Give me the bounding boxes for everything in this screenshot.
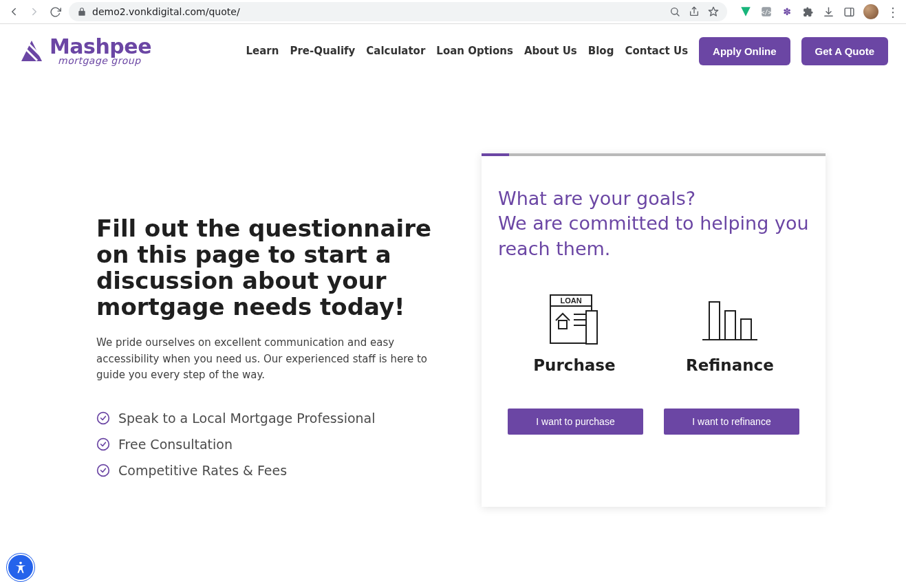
extension-icon-1[interactable] — [740, 6, 752, 18]
apply-online-button[interactable]: Apply Online — [699, 37, 790, 65]
check-circle-icon — [96, 437, 110, 451]
nav-learn[interactable]: Learn — [246, 45, 279, 57]
svg-point-13 — [98, 465, 109, 477]
logo-main-text: Mashpee — [50, 36, 151, 57]
check-circle-icon — [96, 411, 110, 425]
svg-text:</>: </> — [762, 9, 772, 16]
feature-item: Free Consultation — [96, 437, 454, 452]
nav-contact[interactable]: Contact Us — [625, 45, 688, 57]
feature-text: Speak to a Local Mortgage Professional — [118, 411, 376, 426]
feature-item: Competitive Rates & Fees — [96, 463, 454, 478]
bar-chart-icon — [699, 292, 761, 347]
bookmark-star-icon[interactable] — [708, 6, 719, 17]
nav-blog[interactable]: Blog — [588, 45, 614, 57]
feature-list: Speak to a Local Mortgage Professional F… — [96, 411, 454, 478]
extensions-puzzle-icon[interactable] — [801, 6, 814, 18]
questionnaire-card: What are your goals? We are committed to… — [482, 153, 826, 507]
back-button[interactable] — [7, 5, 21, 19]
hero-left: Fill out the questionnaire on this page … — [96, 153, 454, 478]
svg-marker-8 — [21, 41, 42, 61]
main-nav: Learn Pre-Qualify Calculator Loan Option… — [246, 37, 888, 65]
zoom-icon[interactable] — [669, 6, 680, 17]
hero-subtext: We pride ourselves on excellent communic… — [96, 335, 440, 383]
feature-text: Free Consultation — [118, 437, 233, 452]
extension-icon-2[interactable]: </> — [760, 6, 773, 18]
svg-rect-23 — [725, 311, 735, 340]
svg-point-11 — [98, 413, 109, 424]
forward-button[interactable] — [28, 5, 41, 19]
svg-rect-17 — [559, 320, 567, 329]
svg-point-12 — [98, 439, 109, 450]
option-refinance-label: Refinance — [686, 356, 774, 374]
url-text: demo2.vonkdigital.com/quote/ — [92, 6, 240, 17]
svg-rect-24 — [741, 319, 751, 340]
panel-icon[interactable] — [843, 6, 855, 18]
progress-bar — [482, 153, 826, 156]
card-heading: What are your goals? We are committed to… — [498, 186, 809, 261]
extension-icon-3[interactable]: ✽ — [781, 6, 793, 18]
main-content: Fill out the questionnaire on this page … — [0, 78, 906, 562]
check-circle-icon — [96, 464, 110, 477]
card-heading-line1: What are your goals? — [498, 188, 695, 209]
svg-text:LOAN: LOAN — [560, 296, 581, 305]
share-icon[interactable] — [689, 6, 700, 17]
feature-text: Competitive Rates & Fees — [118, 463, 287, 478]
site-header: Mashpee mortgage group Learn Pre-Qualify… — [0, 24, 906, 78]
svg-rect-6 — [845, 8, 854, 15]
downloads-icon[interactable] — [822, 6, 834, 18]
hero-heading: Fill out the questionnaire on this page … — [96, 215, 454, 320]
profile-avatar[interactable] — [863, 4, 878, 19]
svg-rect-22 — [709, 302, 720, 340]
svg-marker-3 — [709, 7, 718, 16]
lock-icon — [77, 7, 87, 17]
feature-item: Speak to a Local Mortgage Professional — [96, 411, 454, 426]
logo-sub-text: mortgage group — [58, 56, 151, 65]
browser-toolbar: demo2.vonkdigital.com/quote/ </> ✽ ⋮ — [0, 0, 906, 24]
logo-mark-icon — [18, 37, 45, 65]
get-quote-button[interactable]: Get A Quote — [801, 37, 888, 65]
nav-calculator[interactable]: Calculator — [366, 45, 425, 57]
reload-button[interactable] — [48, 5, 62, 19]
option-refinance: Refinance — [686, 292, 774, 374]
accessibility-icon — [13, 560, 28, 562]
refinance-button[interactable]: I want to refinance — [664, 409, 799, 435]
option-purchase: LOAN Purchase — [533, 292, 615, 374]
site-logo[interactable]: Mashpee mortgage group — [18, 36, 151, 65]
extensions-area: </> ✽ ⋮ — [734, 4, 899, 19]
nav-loan-options[interactable]: Loan Options — [436, 45, 513, 57]
loan-document-icon: LOAN — [543, 292, 605, 347]
browser-menu-icon[interactable]: ⋮ — [887, 5, 899, 19]
nav-prequalify[interactable]: Pre-Qualify — [290, 45, 355, 57]
nav-about[interactable]: About Us — [524, 45, 577, 57]
progress-fill — [482, 153, 509, 156]
card-heading-line2: We are committed to helping you reach th… — [498, 213, 809, 259]
svg-line-1 — [677, 14, 679, 16]
purchase-button[interactable]: I want to purchase — [508, 409, 643, 435]
url-bar[interactable]: demo2.vonkdigital.com/quote/ — [69, 2, 727, 21]
option-purchase-label: Purchase — [533, 356, 615, 374]
